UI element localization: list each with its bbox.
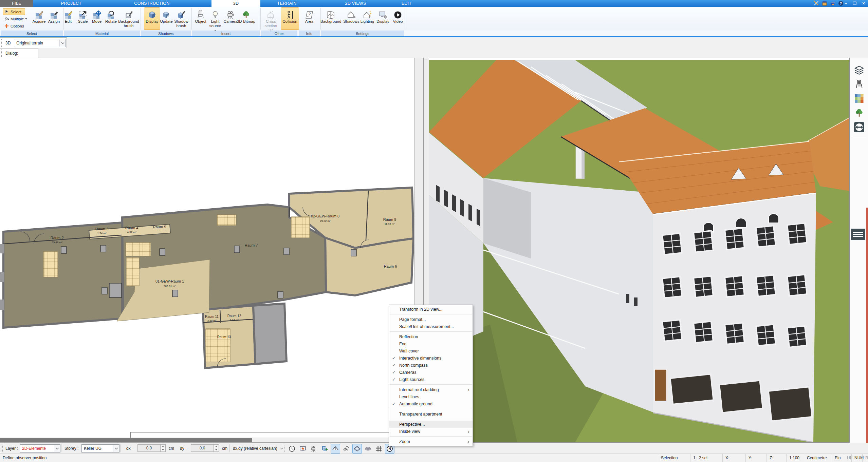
menu-item-transform-2d[interactable]: Transform in 2D view... xyxy=(389,306,473,313)
options-button[interactable]: Options xyxy=(3,22,32,30)
contour-icon[interactable] xyxy=(363,444,373,454)
tab-project[interactable]: PROJECT xyxy=(41,0,102,7)
floor-plan-canvas[interactable]: Raum 2 25.48 m² Raum 3 1.34 m² Raum 4 4.… xyxy=(0,58,414,442)
cube-brush-icon xyxy=(172,8,190,19)
menu-item-level-lines[interactable]: Level lines xyxy=(389,393,473,400)
room-label: 02-GEW-Raum 8 xyxy=(311,214,339,218)
plan-view-2d[interactable]: Raum 2 25.48 m² Raum 3 1.34 m² Raum 4 4.… xyxy=(0,58,415,443)
menu-item-zoom[interactable]: Zoom› xyxy=(389,438,473,445)
tab-terrain[interactable]: TERRAIN xyxy=(263,0,311,7)
splitter-grip-handle[interactable] xyxy=(851,229,865,240)
room-label: Raum 12 xyxy=(227,314,241,318)
furniture-chair-icon[interactable] xyxy=(853,79,865,90)
dy-input[interactable]: 0.0 xyxy=(191,444,214,452)
dx-input[interactable]: 0.0 xyxy=(137,444,161,452)
status-flag-ein[interactable]: Ein xyxy=(832,454,846,462)
layers-plus-icon[interactable] xyxy=(320,444,329,454)
room-label: Raum 3 xyxy=(95,227,109,231)
menu-item-north-compass[interactable]: ✓North compass xyxy=(389,362,473,369)
menu-item-fog[interactable]: Fog xyxy=(389,340,473,347)
toolbar-grip[interactable] xyxy=(1,50,4,57)
slab-icon[interactable] xyxy=(352,444,362,454)
tab-3d[interactable]: 3D xyxy=(211,0,260,7)
menu-item-internal-roof-cladding[interactable]: Internal roof cladding› xyxy=(389,386,473,393)
dy-spinner[interactable] xyxy=(214,444,219,452)
teamviewer-icon[interactable] xyxy=(853,121,865,133)
settings-lighting-button[interactable]: Lighting xyxy=(359,7,376,30)
checkmark-icon: ✓ xyxy=(392,370,395,375)
camera-icon[interactable] xyxy=(309,444,318,454)
background-brush-button[interactable]: Background brush xyxy=(117,7,140,30)
settings-shadows-button[interactable]: Shadows xyxy=(342,7,361,30)
tab-construction[interactable]: CONSTRUCTION xyxy=(112,0,192,7)
menu-item-perspective[interactable]: Perspective... xyxy=(389,421,473,428)
tab-file[interactable]: FILE xyxy=(0,0,33,7)
layers-icon[interactable] xyxy=(853,64,865,76)
menu-item-interactive-dimensions[interactable]: ✓Interactive dimensions xyxy=(389,354,473,362)
tab-edit[interactable]: EDIT xyxy=(389,0,424,7)
hatching-icon[interactable] xyxy=(341,444,351,454)
menu-item-light-sources[interactable]: ✓Light sources xyxy=(389,376,473,383)
tools-icon[interactable] xyxy=(813,0,820,6)
toolbar-grip[interactable] xyxy=(1,39,4,47)
status-unit[interactable]: Centimetre xyxy=(804,454,832,462)
status-flag-rf[interactable]: RF xyxy=(862,454,868,462)
plants-tree-icon[interactable] xyxy=(853,107,865,119)
hscrollbar-thumb[interactable] xyxy=(0,438,252,442)
multiple-button[interactable]: Multiple ▾ xyxy=(3,15,32,22)
settings-video-button[interactable]: Video xyxy=(391,7,405,30)
collision-button[interactable]: Collision xyxy=(281,7,299,30)
acquire-button[interactable]: Acquire xyxy=(31,7,48,30)
shadows-display-button[interactable]: Display xyxy=(144,7,160,30)
toolbar-grip[interactable] xyxy=(2,445,5,452)
scene-3d-canvas[interactable] xyxy=(429,60,849,442)
room-label: Raum 5 xyxy=(153,225,166,229)
shadow-brush-button[interactable]: Shadow brush xyxy=(172,7,191,30)
menu-item-scale-unit[interactable]: Scale/Unit of measurement... xyxy=(389,323,473,330)
grid-icon[interactable] xyxy=(374,444,384,454)
package-icon[interactable] xyxy=(821,0,828,6)
layer-select[interactable]: 2D-Elemente xyxy=(20,444,60,453)
cross-section-3d-button[interactable]: Cross section 3D xyxy=(261,7,281,30)
view-3d[interactable] xyxy=(429,58,850,443)
roof-icon[interactable] xyxy=(331,444,340,454)
menu-item-inside-view[interactable]: Inside view› xyxy=(389,428,473,435)
menu-item-wall-cover[interactable]: Wall cover xyxy=(389,347,473,354)
plan-column xyxy=(100,245,106,252)
dy-label: dy = xyxy=(180,443,188,454)
dx-spinner[interactable] xyxy=(161,444,166,452)
material-rotate-icon xyxy=(103,8,119,19)
submenu-arrow-icon: › xyxy=(468,387,469,392)
clock-icon[interactable] xyxy=(287,444,297,454)
status-scale[interactable]: 1:100 xyxy=(786,454,805,462)
settings-display-button[interactable]: Display xyxy=(375,7,391,30)
menu-item-transparent-apartment[interactable]: Transparent apartment xyxy=(389,410,473,418)
storey-select[interactable]: Keller UG xyxy=(81,444,119,453)
context-menu: Transform in 2D view... Page format... S… xyxy=(389,305,473,446)
minimize-button[interactable]: – xyxy=(842,0,850,7)
menu-item-cameras[interactable]: ✓Cameras xyxy=(389,369,473,376)
checkmark-icon: ✓ xyxy=(392,377,395,382)
insert-3d-bitmap-button[interactable]: 3D-Bitmap xyxy=(235,7,257,30)
restore-button[interactable]: ❐ xyxy=(850,0,859,7)
menu-separator xyxy=(390,384,472,385)
materials-palette-icon[interactable] xyxy=(853,93,865,104)
menu-item-page-format[interactable]: Page format... xyxy=(389,316,473,323)
select-button[interactable]: Select xyxy=(3,8,25,15)
menu-item-reflection[interactable]: Reflection xyxy=(389,333,473,340)
plan-room-block-right xyxy=(325,238,413,295)
layers-box-icon[interactable] xyxy=(829,0,836,6)
edge-scroll-indicator[interactable] xyxy=(866,208,868,443)
menu-item-automatic-ground[interactable]: ✓Automatic ground xyxy=(389,400,473,407)
tab-2d-views[interactable]: 2D VIEWS xyxy=(328,0,384,7)
dx-unit: cm xyxy=(169,443,174,454)
coord-mode-select[interactable]: dx,dy (relative cartesian) xyxy=(233,443,283,454)
area-button[interactable]: ? Area xyxy=(301,7,317,30)
close-button[interactable]: ✕ xyxy=(859,0,868,7)
monitor-star-icon[interactable] xyxy=(298,444,308,454)
terrain-select[interactable]: Original terrain xyxy=(14,39,66,47)
plan-annex-concrete xyxy=(253,304,287,364)
settings-background-button[interactable]: Background xyxy=(320,7,341,30)
group-label-settings: Settings xyxy=(321,31,404,36)
plan-column xyxy=(102,287,107,294)
